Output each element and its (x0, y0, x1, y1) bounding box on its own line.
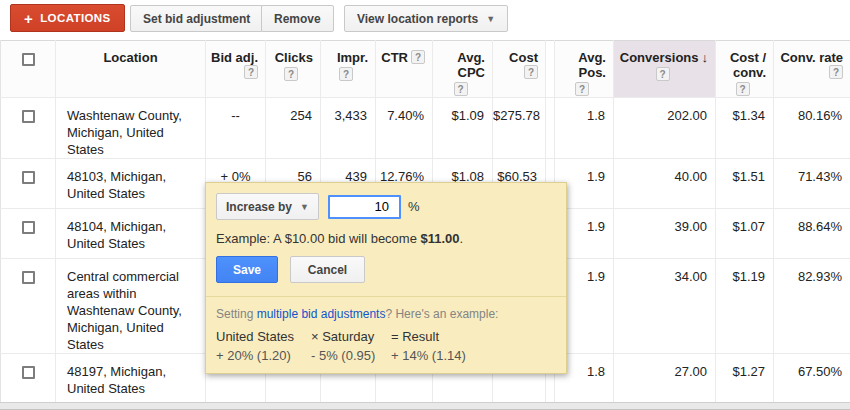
chevron-down-icon: ▼ (300, 202, 309, 212)
add-locations-button[interactable]: + LOCATIONS (10, 4, 125, 32)
help-icon[interactable]: ? (454, 82, 468, 96)
save-button[interactable]: Save (216, 256, 278, 283)
bid-adj-cell[interactable]: -- (206, 98, 266, 159)
bid-adjustment-form: Increase by ▼ % (216, 193, 556, 220)
locations-panel: + LOCATIONS Set bid adjustment Remove Vi… (0, 0, 850, 410)
help-icon[interactable]: ? (339, 67, 353, 81)
column-header-bid-adj[interactable]: Bid adj.? (206, 41, 266, 98)
remove-button[interactable]: Remove (261, 5, 334, 32)
table-bottom-edge (0, 402, 850, 410)
ctr-cell: 7.40% (376, 98, 433, 159)
example-factor-2: × Saturday (311, 329, 391, 344)
note-prefix: Setting (216, 307, 257, 321)
cost-conv-cell: $1.27 (716, 354, 774, 404)
bid-adjustment-input[interactable] (328, 195, 401, 219)
location-cell: 48104, Michigan, United States (56, 209, 206, 259)
adjustment-example-table: United States × Saturday = Result + 20% … (216, 329, 556, 363)
row-checkbox[interactable] (22, 171, 35, 184)
impr-cell: 3,433 (321, 98, 376, 159)
column-header-clicks[interactable]: Clicks? (266, 41, 321, 98)
column-label: CTR (381, 50, 408, 65)
row-checkbox[interactable] (22, 221, 35, 234)
bid-example-suffix: . (460, 231, 464, 246)
column-label: Avg. Pos. (578, 50, 606, 80)
remove-label: Remove (274, 12, 321, 26)
avg-cpc-cell: $1.09 (433, 98, 493, 159)
add-locations-label: LOCATIONS (40, 12, 110, 24)
avg-pos-cell: 1.8 (555, 98, 614, 159)
note-suffix: ? Here's an example: (385, 307, 498, 321)
conv-rate-cell: 80.16% (774, 98, 850, 159)
example-factor-2-value: - 5% (0.95) (311, 348, 391, 363)
adjustment-mode-value: Increase by (226, 200, 292, 214)
sort-descending-icon: ↓ (702, 50, 709, 65)
plus-icon: + (24, 11, 33, 26)
cost-conv-cell: $1.34 (716, 98, 774, 159)
column-header-avg-pos[interactable]: Avg. Pos.? (555, 41, 614, 98)
bid-adjustment-popup: Increase by ▼ % Example: A $10.00 bid wi… (205, 182, 567, 374)
help-icon[interactable]: ? (284, 67, 298, 81)
column-label: Conversions (620, 50, 699, 65)
location-cell: Washtenaw County, Michigan, United State… (56, 98, 206, 159)
help-icon[interactable]: ? (244, 65, 258, 79)
cancel-button[interactable]: Cancel (290, 256, 365, 283)
column-spacer (546, 41, 555, 98)
adjustment-mode-dropdown[interactable]: Increase by ▼ (216, 193, 319, 220)
multiple-bid-adjustments-link[interactable]: multiple bid adjustments (257, 307, 386, 321)
view-location-reports-button[interactable]: View location reports ▼ (344, 5, 508, 32)
percent-label: % (408, 199, 420, 214)
location-cell: 48197, Michigan, United States (56, 354, 206, 404)
bid-example-prefix: Example: A $10.00 bid will become (216, 231, 421, 246)
conversions-cell: 202.00 (614, 98, 716, 159)
conv-rate-cell: 67.50% (774, 354, 850, 404)
conv-rate-cell: 82.93% (774, 259, 850, 354)
column-header-cost[interactable]: Cost? (493, 41, 546, 98)
set-bid-adjustment-label: Set bid adjustment (143, 12, 250, 26)
help-icon[interactable]: ? (656, 67, 670, 81)
column-label: Bid adj. (211, 50, 258, 65)
column-label: Cost / conv. (730, 50, 766, 80)
conv-rate-cell: 88.64% (774, 209, 850, 259)
help-icon[interactable]: ? (411, 50, 425, 64)
column-header-ctr[interactable]: CTR? (376, 41, 433, 98)
conversions-cell: 27.00 (614, 354, 716, 404)
row-checkbox[interactable] (22, 366, 35, 379)
column-label: Cost (509, 50, 538, 65)
header-checkbox-cell (1, 41, 56, 98)
select-all-checkbox[interactable] (22, 53, 35, 66)
column-header-conversions[interactable]: Conversions↓? (614, 41, 716, 98)
help-icon[interactable]: ? (736, 82, 750, 96)
help-icon[interactable]: ? (524, 65, 538, 79)
cost-cell: $275.78 (493, 98, 546, 159)
column-label: Avg. CPC (457, 50, 485, 80)
conversions-cell: 40.00 (614, 159, 716, 209)
conversions-cell: 34.00 (614, 259, 716, 354)
column-header-impr[interactable]: Impr.? (321, 41, 376, 98)
toolbar: + LOCATIONS Set bid adjustment Remove Vi… (0, 0, 850, 40)
help-icon[interactable]: ? (829, 65, 843, 79)
row-checkbox[interactable] (22, 110, 35, 123)
column-label: Location (103, 50, 157, 65)
column-header-conv-rate[interactable]: Conv. rate? (774, 41, 850, 98)
column-header-location[interactable]: Location (56, 41, 206, 98)
multiple-adjustments-note: Setting multiple bid adjustments? Here's… (216, 307, 556, 321)
location-cell: Central commercial areas within Washtena… (56, 259, 206, 354)
conversions-cell: 39.00 (614, 209, 716, 259)
column-header-avg-cpc[interactable]: Avg. CPC? (433, 41, 493, 98)
cost-conv-cell: $1.07 (716, 209, 774, 259)
help-icon[interactable]: ? (575, 82, 589, 96)
row-checkbox[interactable] (22, 271, 35, 284)
divider (206, 296, 566, 297)
cost-conv-cell: $1.19 (716, 259, 774, 354)
column-header-cost-conv[interactable]: Cost / conv.? (716, 41, 774, 98)
example-result-value: + 14% (1.14) (391, 348, 556, 363)
example-result-label: = Result (391, 329, 556, 344)
example-factor-1: United States (216, 329, 311, 344)
cost-conv-cell: $1.51 (716, 159, 774, 209)
column-label: Impr. (337, 50, 368, 65)
set-bid-adjustment-button[interactable]: Set bid adjustment (130, 5, 263, 32)
table-row: Washtenaw County, Michigan, United State… (1, 98, 850, 159)
view-location-reports-label: View location reports (357, 12, 478, 26)
column-label: Clicks (275, 50, 313, 65)
table-header-row: Location Bid adj.? Clicks? Impr.? CTR? A… (1, 41, 850, 98)
